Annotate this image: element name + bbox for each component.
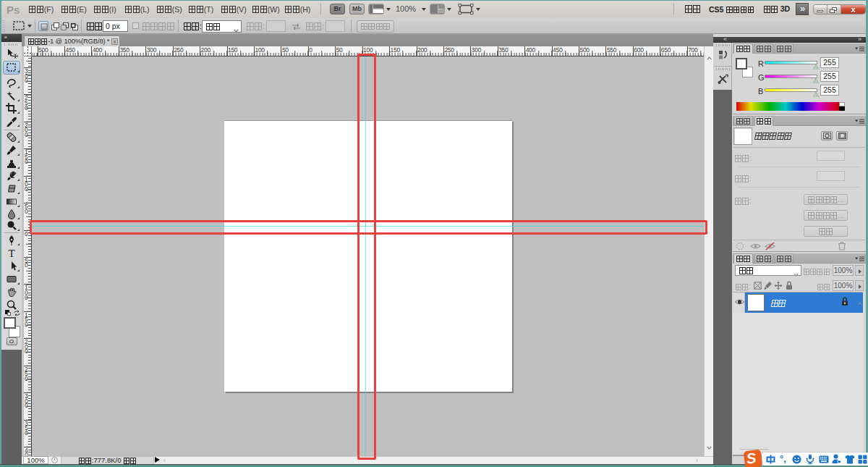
svg-text:T: T xyxy=(8,248,14,259)
